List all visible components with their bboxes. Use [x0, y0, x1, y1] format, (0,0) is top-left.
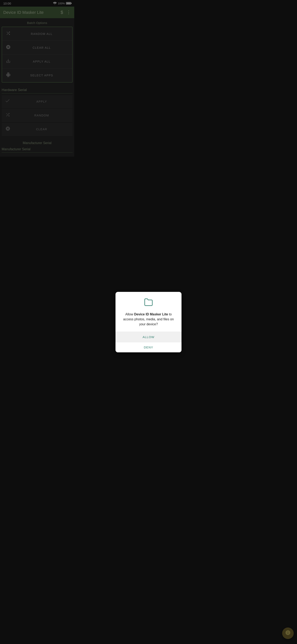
permission-dialog-overlay: Allow Device ID Masker Lite to access ph…: [0, 0, 74, 161]
